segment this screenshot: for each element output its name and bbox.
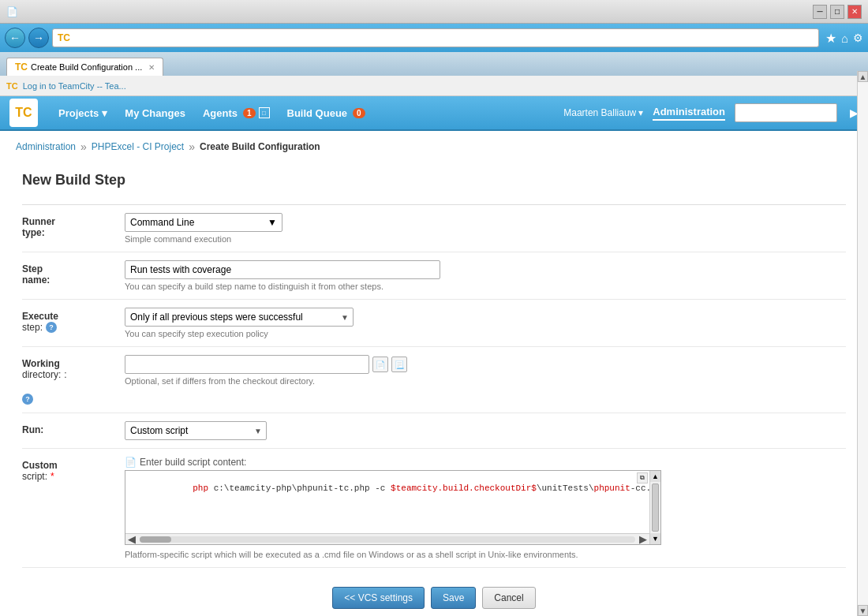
main-content: New Build Step Runner type: Command Line… [0,159,868,616]
script-file-icon: 📄 [125,457,137,468]
user-name: Maarten Balliauw [563,107,636,118]
minimize-button[interactable]: ─ [813,5,827,19]
app-header: TC Projects ▾ My Changes Agents 1 □ Buil… [0,96,868,131]
required-indicator: * [51,471,54,482]
script-php-keyword: php [193,483,208,493]
script-enter-text: Enter build script content: [140,457,246,468]
tab-bar: TC Create Build Configuration ... ✕ [0,52,868,76]
page-scrollbar: ▲ ▼ [857,71,868,616]
close-button[interactable]: ✕ [847,5,862,19]
script-variable: $teamcity.build.checkoutDir$ [391,483,537,493]
scrollbar-h-thumb [140,536,171,543]
runner-type-dropdown-icon: ▼ [268,217,277,228]
forward-button[interactable]: → [28,28,49,48]
user-menu[interactable]: Maarten Balliauw ▾ [563,107,643,118]
runner-type-hint: Simple command execution [125,234,846,244]
colon: : [64,369,66,380]
scrollbar-left-arrow[interactable]: ◀ [125,533,138,545]
tab-label: Create Build Configuration ... [31,62,142,72]
header-right: Maarten Balliauw ▾ Administration ▶ [563,103,859,122]
title-bar: 📄 ─ □ ✕ [0,0,868,24]
working-dir-browse-icon[interactable]: 📄 [372,357,388,372]
save-button[interactable]: Save [431,587,476,609]
breadcrumb-admin[interactable]: Administration [16,141,76,152]
app-logo: TC [9,99,38,127]
custom-script-row: Custom script: * 📄 Enter build script co… [22,449,846,568]
run-label: Run: [22,421,125,440]
maximize-button[interactable]: □ [830,5,844,19]
build-step-form: Runner type: Command Line ▼ Simple comma… [22,204,846,568]
scrollbar-thumb [652,483,659,532]
settings-icon[interactable]: ⚙ [853,32,863,44]
agents-label: Agents [203,107,238,119]
scrollbar-right-arrow[interactable]: ▶ [637,533,649,545]
script-phpunit-ref: phpunit [594,483,630,493]
search-input[interactable] [735,103,837,122]
cancel-button[interactable]: Cancel [482,587,535,609]
working-directory-input[interactable] [125,355,369,374]
tab-icon: TC [15,62,28,73]
back-button[interactable]: ← [5,28,25,48]
working-dir-input-row: 📄 📃 [125,355,846,374]
nav-projects[interactable]: Projects ▾ [51,104,115,122]
runner-type-row: Runner type: Command Line ▼ Simple comma… [22,205,846,252]
run-row: Run: Custom script Executable with param… [22,413,846,449]
agents-icon: □ [259,107,270,118]
user-dropdown-icon: ▾ [638,107,643,118]
breadcrumb-sep2: » [189,140,195,153]
run-select[interactable]: Custom script Executable with parameters [125,421,267,440]
vertical-scrollbar[interactable]: ▲ ▼ [649,471,660,544]
active-tab[interactable]: TC Create Build Configuration ... ✕ [6,58,163,76]
execute-step-field: Only if all previous steps were successf… [125,308,846,338]
projects-label: Projects [58,107,99,119]
bookmark-label[interactable]: Log in to TeamCity -- Tea... [23,81,126,91]
page-scroll-down[interactable]: ▼ [858,605,868,616]
execute-step-hint: You can specify step execution policy [125,329,846,338]
title-bar-text: 📄 [6,6,18,17]
runner-type-field: Command Line ▼ Simple command execution [125,213,846,244]
star-icon[interactable]: ★ [825,31,836,46]
working-directory-hint: Optional, set if differs from the checko… [125,376,846,386]
nav-agents[interactable]: Agents 1 □ [195,104,278,122]
script-enter-label: 📄 Enter build script content: [125,457,846,468]
nav-mychanges[interactable]: My Changes [117,104,193,122]
horizontal-scrollbar[interactable]: ◀ ▶ [125,533,649,544]
script-container: ⧉ php c:\teamcity-php\phpunit-tc.php -c … [125,470,661,545]
address-icon: TC [58,32,70,43]
execute-step-label: Execute step: ? [22,308,125,338]
custom-script-label: Custom script: * [22,457,125,559]
execute-step-help-icon[interactable]: ? [46,322,57,333]
buildqueue-label: Build Queue [287,107,348,119]
nav-bar: ← → TC ★ ⌂ ⚙ [0,24,868,52]
breadcrumb: Administration » PHPExcel - CI Project »… [0,131,868,159]
home-icon[interactable]: ⌂ [841,32,848,45]
address-bar[interactable]: TC [52,28,819,47]
buildqueue-badge: 0 [353,108,365,118]
working-directory-field: 📄 📃 Optional, set if differs from the ch… [125,355,846,405]
step-name-input[interactable] [125,260,440,279]
nav-buildqueue[interactable]: Build Queue 0 [279,104,373,122]
page-title: New Build Step [22,172,846,189]
script-copy-button[interactable]: ⧉ [637,472,648,483]
run-field: Custom script Executable with parameters [125,421,846,440]
working-directory-label: Working directory: : ? [22,355,125,405]
tab-close-icon[interactable]: ✕ [148,63,155,72]
runner-type-select[interactable]: Command Line ▼ [125,213,282,232]
page-scroll-track [858,82,868,605]
working-dir-tree-icon[interactable]: 📃 [391,357,407,372]
execute-step-select[interactable]: Only if all previous steps were successf… [125,308,354,327]
main-nav: Projects ▾ My Changes Agents 1 □ Build Q… [51,104,373,122]
admin-link[interactable]: Administration [653,106,725,121]
step-name-field: You can specify a build step name to dis… [125,260,846,291]
platform-hint: Platform-specific script which will be e… [125,550,661,559]
vcs-settings-button[interactable]: << VCS settings [332,587,425,609]
breadcrumb-project[interactable]: PHPExcel - CI Project [92,141,184,152]
scrollbar-up-arrow[interactable]: ▲ [650,471,660,482]
step-name-hint: You can specify a build step name to dis… [125,282,846,291]
execute-step-row: Execute step: ? Only if all previous ste… [22,300,846,347]
agents-badge: 1 [243,108,256,118]
working-dir-help-icon[interactable]: ? [22,394,33,405]
scrollbar-down-arrow[interactable]: ▼ [650,533,660,544]
page-scroll-up[interactable]: ▲ [858,71,868,82]
breadcrumb-sep1: » [80,140,87,153]
